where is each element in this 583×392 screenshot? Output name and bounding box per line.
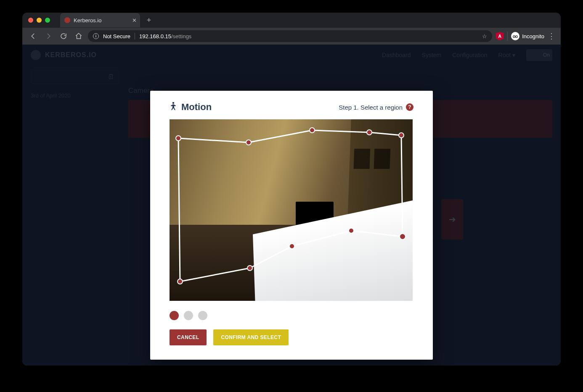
pager-dot[interactable]	[198, 311, 207, 320]
region-vertex[interactable]	[178, 279, 183, 284]
window-minimize[interactable]	[37, 18, 42, 23]
region-vertex[interactable]	[247, 266, 252, 271]
tab-title: Kerberos.io	[74, 17, 101, 24]
site-info-icon[interactable]: i	[93, 33, 99, 39]
not-secure-label: Not Secure	[103, 33, 130, 39]
address-bar: i Not Secure 192.168.0.15/settings ☆ A I…	[22, 28, 561, 45]
incognito-label: Incognito	[522, 33, 544, 39]
region-overlay-svg	[170, 119, 413, 301]
angular-extension-icon[interactable]: A	[496, 32, 504, 40]
modal-step-indicator: Step 1. Select a region ?	[339, 103, 413, 111]
confirm-button[interactable]: CONFIRM AND SELECT	[213, 329, 289, 345]
url-host: 192.168.0.15	[139, 33, 171, 39]
url-text: 192.168.0.15/settings	[139, 33, 191, 39]
help-icon[interactable]: ?	[406, 103, 413, 111]
bookmark-star-icon[interactable]: ☆	[482, 33, 487, 39]
url-path: /settings	[171, 33, 191, 39]
step-label: Step 1. Select a region	[339, 104, 403, 111]
browser-window: Kerberos.io ✕ + i Not Secure 192.168.0.1…	[22, 13, 561, 366]
nav-forward-button[interactable]	[42, 30, 54, 42]
omnibox-separator	[135, 33, 135, 39]
incognito-indicator[interactable]: Incognito	[511, 32, 544, 40]
macos-titlebar: Kerberos.io ✕ +	[22, 13, 561, 28]
region-vertex[interactable]	[310, 128, 315, 133]
region-vertices	[176, 128, 405, 284]
window-zoom[interactable]	[45, 18, 50, 23]
incognito-icon	[511, 32, 519, 40]
region-vertex[interactable]	[399, 133, 404, 138]
step-pager	[170, 311, 413, 320]
nav-reload-button[interactable]	[58, 30, 69, 42]
modal-actions: CANCEL CONFIRM AND SELECT	[170, 329, 413, 345]
region-canvas[interactable]	[170, 119, 413, 301]
modal-title: Motion	[181, 102, 212, 113]
window-controls	[28, 18, 50, 23]
new-tab-button[interactable]: +	[143, 15, 154, 26]
svg-point-1	[516, 36, 518, 38]
region-vertex[interactable]	[400, 234, 405, 239]
region-vertex[interactable]	[176, 136, 181, 141]
nav-back-button[interactable]	[27, 30, 39, 42]
region-vertex[interactable]	[349, 228, 354, 233]
viewport: KERBEROS.IO Dashboard System Configurati…	[22, 45, 561, 366]
region-vertex[interactable]	[246, 140, 251, 145]
tab-strip: Kerberos.io ✕ +	[60, 13, 154, 27]
browser-tab-active[interactable]: Kerberos.io ✕	[60, 13, 140, 27]
browser-menu-button[interactable]: ⋮	[548, 32, 556, 41]
modal-header: Motion Step 1. Select a region ?	[170, 102, 413, 113]
modal-title-group: Motion	[170, 102, 212, 113]
toolbar-divider	[507, 32, 508, 41]
tab-favicon-icon	[64, 17, 70, 23]
pager-dot[interactable]	[184, 311, 193, 320]
region-vertex[interactable]	[367, 130, 372, 135]
omnibox[interactable]: i Not Secure 192.168.0.15/settings ☆	[88, 30, 492, 42]
tab-close-icon[interactable]: ✕	[132, 17, 137, 24]
motion-modal: Motion Step 1. Select a region ?	[150, 91, 433, 360]
region-vertex[interactable]	[289, 244, 294, 249]
region-polyline[interactable]	[178, 130, 403, 282]
window-close[interactable]	[28, 18, 33, 23]
svg-point-2	[172, 102, 175, 104]
svg-point-0	[513, 36, 515, 38]
pager-dot[interactable]	[170, 311, 179, 320]
motion-person-icon	[170, 102, 177, 113]
cancel-button[interactable]: CANCEL	[170, 329, 207, 345]
nav-home-button[interactable]	[73, 30, 85, 42]
